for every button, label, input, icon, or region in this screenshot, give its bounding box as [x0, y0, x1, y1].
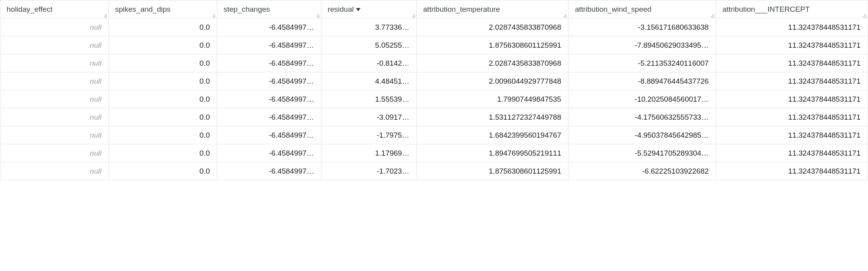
table-row[interactable]: null0.0-6.4584997…5.05255…1.875630860112…	[0, 36, 868, 54]
cell-attribution_wind_speed[interactable]: -5.52941705289304…	[568, 144, 716, 162]
cell-holiday_effect[interactable]: null	[0, 108, 109, 126]
column-resize-handle[interactable]	[211, 13, 216, 17]
column-header-attribution_temperature[interactable]: attribution_temperature	[417, 0, 568, 18]
column-header-label: spikes_and_dips	[115, 5, 171, 13]
table-row[interactable]: null0.0-6.4584997…-1.7975…1.684239956019…	[0, 126, 868, 144]
table-row[interactable]: null0.0-6.4584997…-3.0917…1.531127232744…	[0, 108, 868, 126]
cell-holiday_effect[interactable]: null	[0, 90, 109, 108]
cell-attribution_temperature[interactable]: 1.8756308601125991	[417, 162, 568, 180]
cell-step_changes[interactable]: -6.4584997…	[217, 126, 321, 144]
cell-step_changes[interactable]: -6.4584997…	[217, 18, 321, 36]
cell-spikes_and_dips[interactable]: 0.0	[109, 90, 217, 108]
cell-attribution___INTERCEPT[interactable]: 11.324378448531171	[716, 144, 868, 162]
cell-attribution___INTERCEPT[interactable]: 11.324378448531171	[716, 54, 868, 72]
column-header-attribution_wind_speed[interactable]: attribution_wind_speed	[568, 0, 716, 18]
cell-attribution___INTERCEPT[interactable]: 11.324378448531171	[716, 18, 868, 36]
cell-attribution_wind_speed[interactable]: -4.95037845642985…	[568, 126, 716, 144]
cell-attribution_wind_speed[interactable]: -3.156171680633638	[568, 18, 716, 36]
cell-attribution_wind_speed[interactable]: -4.17560632555733…	[568, 108, 716, 126]
cell-attribution___INTERCEPT[interactable]: 11.324378448531171	[716, 90, 868, 108]
table-row[interactable]: null0.0-6.4584997…1.17969…1.894769950521…	[0, 144, 868, 162]
cell-residual[interactable]: 1.55539…	[321, 90, 417, 108]
cell-attribution___INTERCEPT[interactable]: 11.324378448531171	[716, 162, 868, 180]
cell-value: 1.79907449847535	[497, 95, 561, 103]
cell-attribution_temperature[interactable]: 1.79907449847535	[417, 90, 568, 108]
cell-residual[interactable]: 5.05255…	[321, 36, 417, 54]
cell-attribution_wind_speed[interactable]: -6.62225103922682	[568, 162, 716, 180]
cell-attribution_temperature[interactable]: 2.0096044929777848	[417, 72, 568, 90]
cell-attribution___INTERCEPT[interactable]: 11.324378448531171	[716, 72, 868, 90]
cell-spikes_and_dips[interactable]: 0.0	[109, 126, 217, 144]
cell-spikes_and_dips[interactable]: 0.0	[109, 36, 217, 54]
cell-holiday_effect[interactable]: null	[0, 162, 109, 180]
cell-spikes_and_dips[interactable]: 0.0	[109, 144, 217, 162]
cell-step_changes[interactable]: -6.4584997…	[217, 162, 321, 180]
cell-step_changes[interactable]: -6.4584997…	[217, 90, 321, 108]
column-resize-handle[interactable]	[563, 13, 567, 17]
column-header-holiday_effect[interactable]: holiday_effect	[0, 0, 109, 18]
cell-value: 0.0	[200, 41, 210, 49]
cell-holiday_effect[interactable]: null	[0, 18, 109, 36]
column-header-residual[interactable]: residual	[321, 0, 417, 18]
cell-holiday_effect[interactable]: null	[0, 144, 109, 162]
cell-step_changes[interactable]: -6.4584997…	[217, 54, 321, 72]
cell-residual[interactable]: -1.7975…	[321, 126, 417, 144]
cell-residual[interactable]: 1.17969…	[321, 144, 417, 162]
cell-residual[interactable]: -3.0917…	[321, 108, 417, 126]
cell-spikes_and_dips[interactable]: 0.0	[109, 18, 217, 36]
cell-spikes_and_dips[interactable]: 0.0	[109, 162, 217, 180]
cell-value: null	[90, 167, 101, 175]
column-resize-handle[interactable]	[710, 13, 715, 17]
cell-holiday_effect[interactable]: null	[0, 126, 109, 144]
cell-step_changes[interactable]: -6.4584997…	[217, 108, 321, 126]
cell-attribution_wind_speed[interactable]: -10.2025084560017…	[568, 90, 716, 108]
cell-value: -4.95037845642985…	[635, 131, 709, 139]
cell-attribution_temperature[interactable]: 1.5311272327449788	[417, 108, 568, 126]
cell-attribution_wind_speed[interactable]: -8.889476445437726	[568, 72, 716, 90]
cell-attribution_temperature[interactable]: 1.6842399560194767	[417, 126, 568, 144]
cell-residual[interactable]: 4.48451…	[321, 72, 417, 90]
cell-step_changes[interactable]: -6.4584997…	[217, 144, 321, 162]
cell-value: 11.324378448531171	[788, 41, 861, 49]
cell-residual[interactable]: 3.77336…	[321, 18, 417, 36]
cell-spikes_and_dips[interactable]: 0.0	[109, 72, 217, 90]
cell-value: -10.2025084560017…	[635, 95, 709, 103]
table-row[interactable]: null0.0-6.4584997…-0.8142…2.028743583387…	[0, 54, 868, 72]
table-row[interactable]: null0.0-6.4584997…-1.7023…1.875630860112…	[0, 162, 868, 180]
cell-step_changes[interactable]: -6.4584997…	[217, 72, 321, 90]
table-row[interactable]: null0.0-6.4584997…4.48451…2.009604492977…	[0, 72, 868, 90]
cell-holiday_effect[interactable]: null	[0, 54, 109, 72]
cell-holiday_effect[interactable]: null	[0, 36, 109, 54]
cell-residual[interactable]: -1.7023…	[321, 162, 417, 180]
column-resize-handle[interactable]	[862, 13, 867, 17]
cell-spikes_and_dips[interactable]: 0.0	[109, 108, 217, 126]
cell-spikes_and_dips[interactable]: 0.0	[109, 54, 217, 72]
cell-value: -6.4584997…	[269, 23, 314, 31]
table-row[interactable]: null0.0-6.4584997…1.55539…1.799074498475…	[0, 90, 868, 108]
cell-value: 11.324378448531171	[788, 113, 861, 121]
column-header-step_changes[interactable]: step_changes	[217, 0, 321, 18]
cell-attribution_wind_speed[interactable]: -7.89450629033495…	[568, 36, 716, 54]
cell-value: -6.4584997…	[269, 41, 314, 49]
column-header-label: attribution___INTERCEPT	[722, 5, 810, 13]
cell-value: 11.324378448531171	[788, 95, 861, 103]
cell-attribution___INTERCEPT[interactable]: 11.324378448531171	[716, 108, 868, 126]
table-row[interactable]: null0.0-6.4584997…3.77336…2.028743583387…	[0, 18, 868, 36]
column-header-attribution___INTERCEPT[interactable]: attribution___INTERCEPT	[716, 0, 868, 18]
cell-attribution_temperature[interactable]: 1.8756308601125991	[417, 36, 568, 54]
cell-holiday_effect[interactable]: null	[0, 72, 109, 90]
column-header-spikes_and_dips[interactable]: spikes_and_dips	[109, 0, 217, 18]
cell-step_changes[interactable]: -6.4584997…	[217, 36, 321, 54]
cell-residual[interactable]: -0.8142…	[321, 54, 417, 72]
cell-attribution___INTERCEPT[interactable]: 11.324378448531171	[716, 126, 868, 144]
column-resize-handle[interactable]	[103, 13, 108, 17]
cell-value: 1.8756308601125991	[489, 41, 561, 49]
cell-attribution_temperature[interactable]: 2.0287435833870968	[417, 54, 568, 72]
column-resize-handle[interactable]	[411, 13, 416, 17]
column-resize-handle[interactable]	[316, 13, 320, 17]
cell-attribution___INTERCEPT[interactable]: 11.324378448531171	[716, 36, 868, 54]
cell-attribution_temperature[interactable]: 1.8947699505219111	[417, 144, 568, 162]
cell-attribution_wind_speed[interactable]: -5.211353240116007	[568, 54, 716, 72]
cell-attribution_temperature[interactable]: 2.0287435833870968	[417, 18, 568, 36]
results-table: holiday_effectspikes_and_dipsstep_change…	[0, 0, 868, 180]
